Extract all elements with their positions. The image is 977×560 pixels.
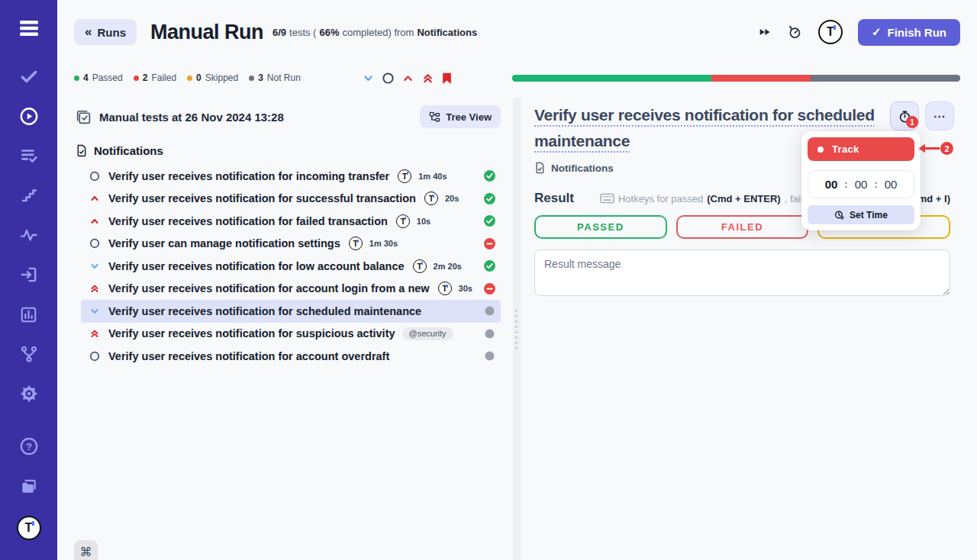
priority-filters [362, 72, 453, 85]
test-title: Verify user receives notification for fa… [108, 215, 388, 227]
test-title: Verify user receives notification for su… [108, 327, 395, 340]
fast-forward-icon[interactable] [757, 26, 771, 38]
page-title: Manual Run [150, 21, 263, 44]
priority-low-icon [89, 305, 101, 317]
suite-folder-row[interactable]: Notifications [76, 139, 501, 162]
passed-button[interactable]: PASSED [534, 215, 667, 239]
breadcrumb-label: Notifications [551, 163, 614, 174]
run-checklist-icon [76, 109, 92, 125]
sidebar-bottom-nav: ? T [17, 436, 41, 560]
time-seconds: 00 [885, 178, 898, 191]
passed-dot-icon [74, 76, 79, 81]
status-notrun-icon [483, 327, 496, 340]
test-row[interactable]: Verify user receives notification for su… [81, 323, 501, 346]
priority-normal-icon [89, 350, 101, 362]
testomat-badge-icon: T [396, 214, 410, 228]
back-to-runs-label: Runs [97, 26, 126, 39]
main-area: « Runs Manual Run 6/9 tests ( 66% comple… [57, 0, 977, 560]
filter-priority-critical-icon[interactable] [421, 72, 434, 85]
time-hours: 00 [825, 178, 838, 191]
filter-priority-normal-icon[interactable] [382, 72, 395, 85]
status-passed-icon [483, 192, 496, 205]
record-dot-icon [817, 146, 824, 153]
keyboard-icon [600, 193, 614, 204]
run-progress-bar [512, 75, 960, 82]
sidebar-milestones-icon[interactable] [19, 185, 39, 205]
panel-resizer[interactable] [513, 98, 521, 560]
failed-count: 2Failed [134, 72, 176, 83]
test-duration: 10s [417, 217, 430, 226]
suite-folder-label: Notifications [94, 144, 163, 157]
topbar-actions: T ✓ Finish Run [757, 19, 960, 46]
timer-reset-icon[interactable] [786, 24, 803, 40]
skipped-count: 0Skipped [187, 72, 238, 83]
sidebar-plans-icon[interactable] [19, 146, 39, 166]
test-row[interactable]: Verify user receives notification for ac… [81, 278, 501, 301]
failed-button[interactable]: FAILED [676, 215, 809, 239]
priority-critical-icon [89, 282, 101, 294]
ellipsis-icon: ⋯ [933, 109, 946, 124]
test-duration: 2m 20s [434, 262, 462, 271]
test-row[interactable]: Verify user receives notification for su… [81, 188, 501, 211]
test-title: Verify user receives notification for su… [108, 192, 416, 204]
tests-count: 6/9 [272, 27, 286, 38]
test-list-panel: Manual tests at 26 Nov 2024 13:28 Tree V… [57, 98, 513, 560]
filter-priority-low-icon[interactable] [362, 72, 375, 85]
test-tag-badge: @security [402, 327, 453, 340]
annotation-badge-2: 2 [940, 142, 953, 155]
time-display[interactable]: 00 : 00 : 00 [808, 170, 914, 198]
progress-notrun-segment [811, 75, 960, 82]
track-label: Track [832, 143, 859, 155]
failed-dot-icon [134, 76, 139, 81]
tree-view-button[interactable]: Tree View [420, 105, 501, 128]
header-logo-glyph: T [818, 20, 843, 44]
hamburger-menu-icon[interactable] [18, 18, 40, 41]
track-button[interactable]: Track [808, 137, 914, 161]
sidebar-reports-icon[interactable] [19, 304, 39, 324]
test-title: Verify user receives notification for ac… [108, 282, 430, 294]
back-chevrons-icon: « [85, 24, 92, 40]
test-row[interactable]: Verify user can manage notification sett… [81, 233, 501, 256]
hotkeys-hint: Hotkeys for passed (Cmd + ENTER) , faile… [600, 193, 814, 204]
back-to-runs-button[interactable]: « Runs [74, 19, 137, 45]
test-title: Verify user receives notification for ac… [108, 350, 389, 362]
suite-document-icon [76, 144, 87, 157]
sidebar-pulse-icon[interactable] [19, 225, 39, 245]
test-row[interactable]: Verify user receives notification for fa… [81, 210, 501, 233]
result-message-input[interactable] [534, 249, 950, 296]
test-row[interactable]: Verify user receives notification for in… [81, 165, 501, 188]
projects-folder-icon[interactable] [19, 476, 39, 496]
tests-word: tests ( [289, 27, 316, 38]
hotkeys-tail: md + I) [918, 193, 950, 204]
sidebar-tests-icon[interactable] [19, 66, 39, 86]
test-duration: 20s [445, 194, 459, 203]
sidebar-nav [19, 66, 39, 404]
status-passed-icon [483, 169, 496, 182]
colon: : [874, 179, 877, 190]
command-shortcuts-button[interactable]: ⌘ [74, 540, 98, 560]
test-row[interactable]: Verify user receives notification for lo… [81, 255, 501, 278]
test-row-selected[interactable]: Verify user receives notification for sc… [81, 300, 501, 323]
more-actions-button[interactable]: ⋯ [925, 101, 954, 130]
annotation-arrow-icon [917, 143, 941, 157]
finish-run-label: Finish Run [888, 26, 947, 39]
filter-priority-high-icon[interactable] [401, 72, 414, 85]
testomat-logo-icon[interactable]: T [17, 516, 41, 540]
run-name: Manual tests at 26 Nov 2024 13:28 [99, 111, 284, 124]
priority-low-icon [89, 260, 101, 272]
sidebar-branches-icon[interactable] [19, 344, 39, 364]
help-icon[interactable]: ? [19, 436, 39, 456]
test-row[interactable]: Verify user receives notification for ac… [81, 345, 501, 368]
finish-run-button[interactable]: ✓ Finish Run [858, 19, 960, 46]
filter-bookmark-icon[interactable] [441, 72, 453, 85]
status-row: 4Passed 2Failed 0Skipped 3Not Run [74, 70, 960, 85]
resizer-grip-icon [514, 308, 519, 349]
testomat-badge-icon: T [349, 237, 363, 250]
sidebar-import-icon[interactable] [19, 265, 39, 285]
skipped-dot-icon [187, 76, 192, 81]
header-logo-icon[interactable]: T [818, 20, 843, 44]
set-time-button[interactable]: Set Time [808, 205, 914, 224]
sidebar-runs-icon[interactable] [19, 106, 39, 126]
set-time-clock-icon [834, 210, 844, 220]
sidebar-settings-icon[interactable] [19, 384, 39, 404]
